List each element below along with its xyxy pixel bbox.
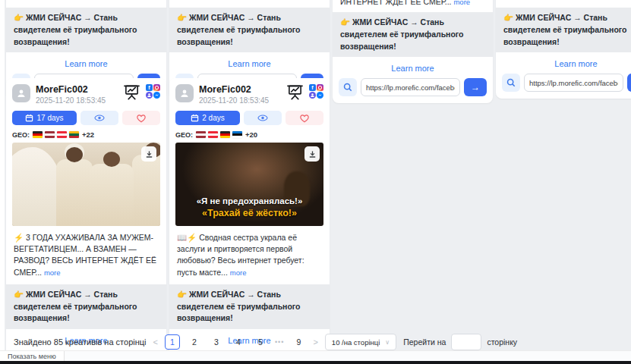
creative-image[interactable] xyxy=(12,143,160,226)
body-text: 3 ГОДА УХАЖИВАЛА ЗА МУЖЕМ-ВЕГЕТАТИВЦЕМ..… xyxy=(14,233,156,277)
days-active-button[interactable]: 17 days xyxy=(12,111,77,125)
page-size-select[interactable]: 10 /на сторінці ∨ xyxy=(325,334,396,350)
geo-more-count[interactable]: +22 xyxy=(82,130,94,139)
views-button[interactable] xyxy=(80,111,118,125)
advertiser-info: MoreFic002 2025-11-20 18:53:45 xyxy=(36,84,123,105)
favorite-button[interactable] xyxy=(122,111,160,125)
advertiser-name[interactable]: MoreFic002 xyxy=(199,84,286,95)
banner-text: ЖМИ СЕЙЧАС → Стань свидетелем её триумфа… xyxy=(14,290,137,323)
pointing-hand-icon: 👉 xyxy=(340,17,350,27)
banner-text: ЖМИ СЕЙЧАС → Стань свидетелем её триумфа… xyxy=(503,13,627,46)
geo-more-count[interactable]: +20 xyxy=(245,130,257,139)
search-button[interactable] xyxy=(339,78,357,96)
learn-more-link[interactable]: Learn more xyxy=(6,59,166,68)
pointing-hand-icon: 👉 xyxy=(177,290,187,299)
messenger-icon xyxy=(153,92,160,99)
days-label: 17 days xyxy=(36,114,63,122)
url-row: → xyxy=(496,74,631,92)
next-page-button[interactable]: > xyxy=(313,337,317,347)
pointing-hand-icon: 👉 xyxy=(503,13,513,22)
card-header: MoreFic002 2025-11-20 18:53:45 f xyxy=(6,78,166,105)
advertiser-info: MoreFic002 2025-11-20 18:53:45 xyxy=(199,84,286,105)
clipped-text: ИНТЕРНЕТ ЖДЁТ ЕЁ СМЕР... xyxy=(340,0,452,6)
facebook-icon: f xyxy=(309,84,316,91)
ad-banner: 👉ЖМИ СЕЙЧАС → Стань свидетелем её триумф… xyxy=(6,8,166,52)
creative-image[interactable]: «Я не предохранялась!» «Трахай её жёстко… xyxy=(175,143,323,226)
days-active-button[interactable]: 2 days xyxy=(175,111,240,125)
page-number-3[interactable]: 3 xyxy=(209,334,224,350)
footer-bar: Показать меню xyxy=(0,350,631,361)
analytics-board-icon[interactable] xyxy=(286,84,304,100)
calendar-icon xyxy=(25,114,33,122)
placement-icons: f xyxy=(146,84,160,99)
url-input[interactable] xyxy=(361,78,460,96)
instagram-icon xyxy=(317,84,323,91)
messenger-icon xyxy=(317,92,323,99)
image-overlay-text: «Я не предохранялась!» «Трахай её жёстко… xyxy=(175,196,323,220)
person-icon xyxy=(16,88,27,99)
ad-banner: 👉ЖМИ СЕЙЧАС → Стань свидетелем её триумф… xyxy=(6,284,166,329)
advertiser-name[interactable]: MoreFic002 xyxy=(36,84,123,95)
download-image-button[interactable] xyxy=(304,146,320,162)
download-image-button[interactable] xyxy=(141,146,156,162)
header-icons: f xyxy=(286,84,323,100)
banner-text: ЖМИ СЕЙЧАС → Стань свидетелем её триумфа… xyxy=(14,13,137,46)
creative-datetime: 2025-11-20 18:53:45 xyxy=(199,96,286,105)
chevron-down-icon: ∨ xyxy=(385,339,390,346)
page-size-value: 10 /на сторінці xyxy=(332,338,380,347)
open-url-button[interactable]: → xyxy=(464,78,487,96)
action-buttons: 2 days xyxy=(169,111,330,125)
banner-text: ЖМИ СЕЙЧАС → Стань свидетелем её триумфа… xyxy=(340,17,464,51)
page-number-2[interactable]: 2 xyxy=(187,334,202,350)
open-url-button[interactable]: → xyxy=(627,74,631,92)
figure-shape xyxy=(90,164,134,226)
search-button[interactable] xyxy=(502,74,520,92)
download-icon xyxy=(145,150,153,158)
avatar xyxy=(12,84,30,102)
collapsed-sidebar xyxy=(0,0,5,361)
geo-label: GEO: xyxy=(12,131,30,139)
creative-card-partial: ИНТЕРНЕТ ЖДЁТ ЕЁ СМЕР... more 👉ЖМИ СЕЙЧА… xyxy=(333,0,493,103)
ad-body-text: ⚡ 3 ГОДА УХАЖИВАЛА ЗА МУЖЕМ-ВЕГЕТАТИВЦЕМ… xyxy=(6,226,166,278)
learn-more-link[interactable]: Learn more xyxy=(496,59,631,68)
goto-label: Перейти на xyxy=(403,337,446,347)
pointing-hand-icon: 👉 xyxy=(177,13,187,22)
learn-more-link[interactable]: Learn more xyxy=(169,59,330,68)
ad-banner: 👉ЖМИ СЕЙЧАС → Стань свидетелем её триумф… xyxy=(333,12,493,57)
page-number-5[interactable]: 5 xyxy=(253,334,268,350)
views-button[interactable] xyxy=(244,111,282,125)
heart-icon xyxy=(136,114,147,123)
search-icon xyxy=(343,83,352,92)
more-link[interactable]: more xyxy=(230,268,247,277)
page-number-4[interactable]: 4 xyxy=(231,334,246,350)
url-input[interactable] xyxy=(524,74,623,92)
pointing-hand-icon: 👉 xyxy=(14,13,24,22)
avatar xyxy=(175,84,194,102)
more-link[interactable]: more xyxy=(44,268,61,277)
page-number-1[interactable]: 1 xyxy=(165,334,180,350)
figure-shape xyxy=(132,155,160,226)
zap-icon: ⚡ xyxy=(14,233,24,242)
prev-page-button[interactable]: < xyxy=(153,337,158,347)
search-icon xyxy=(506,78,516,87)
show-menu-button[interactable]: Показать меню xyxy=(0,351,65,361)
more-link[interactable]: more xyxy=(453,0,470,6)
analytics-board-icon[interactable] xyxy=(123,84,140,100)
page-ellipsis[interactable]: ••• xyxy=(275,338,284,346)
learn-more-link[interactable]: Learn more xyxy=(333,64,493,73)
geo-flags xyxy=(196,131,242,138)
creative-datetime: 2025-11-20 18:53:45 xyxy=(36,96,123,105)
ad-banner: 👉ЖМИ СЕЙЧАС → Стань свидетелем её триумф… xyxy=(496,8,631,52)
geo-row: GEO: +22 xyxy=(6,130,166,139)
favorite-button[interactable] xyxy=(286,111,323,125)
arrow-right-icon: → xyxy=(471,82,480,93)
goto-page: Перейти на сторінку xyxy=(403,334,517,350)
creative-card: MoreFic002 2025-11-20 18:53:45 f 17 days… xyxy=(6,78,166,364)
calendar-icon xyxy=(191,114,199,122)
page-number-9[interactable]: 9 xyxy=(291,334,306,350)
banner-text: ЖМИ СЕЙЧАС → Стань свидетелем её триумфа… xyxy=(177,13,301,46)
goto-page-input[interactable] xyxy=(451,334,481,350)
eye-icon xyxy=(94,115,105,121)
bottom-edge-bar xyxy=(0,361,631,364)
days-label: 2 days xyxy=(202,114,224,122)
